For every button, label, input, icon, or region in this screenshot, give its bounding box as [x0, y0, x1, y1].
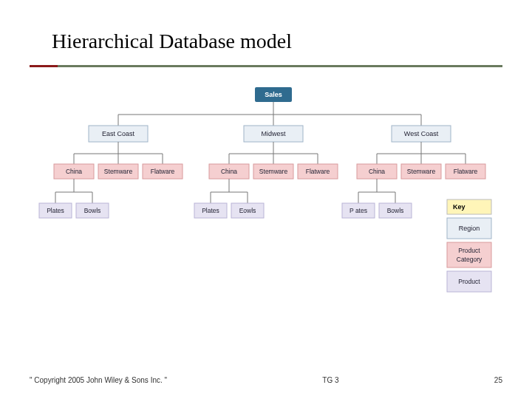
svg-text:Stemware: Stemware	[407, 168, 436, 175]
page-title: Hierarchical Database model	[52, 30, 292, 53]
svg-text:Flatware: Flatware	[454, 168, 478, 175]
svg-text:Stemware: Stemware	[259, 168, 288, 175]
svg-text:Key: Key	[453, 203, 466, 211]
svg-text:Product: Product	[458, 247, 480, 254]
svg-text:East Coast: East Coast	[102, 130, 135, 137]
svg-text:China: China	[66, 168, 82, 175]
divider-accent	[30, 65, 58, 67]
svg-text:Midwest: Midwest	[261, 130, 286, 137]
svg-text:China: China	[369, 168, 385, 175]
hierarchy-diagram: Sales East Coast Midwest West Coast	[33, 81, 499, 318]
region-west-coast: West Coast	[392, 126, 451, 142]
node-sales-label: Sales	[265, 91, 282, 98]
svg-text:Region: Region	[459, 225, 480, 232]
svg-text:Category: Category	[457, 256, 482, 263]
svg-text:Bowls: Bowls	[387, 207, 404, 214]
svg-text:Plates: Plates	[47, 207, 64, 214]
svg-text:Plates: Plates	[202, 207, 219, 214]
footer: " Copyright 2005 John Wiley & Sons Inc. …	[30, 376, 502, 384]
region-midwest: Midwest	[244, 126, 303, 142]
page-number: 25	[494, 376, 502, 384]
svg-text:Stemware: Stemware	[104, 168, 133, 175]
svg-text:Bowls: Bowls	[84, 207, 101, 214]
svg-text:West Coast: West Coast	[404, 130, 439, 137]
region-east-coast: East Coast	[89, 126, 148, 142]
divider	[30, 65, 502, 67]
copyright-text: " Copyright 2005 John Wiley & Sons Inc. …	[30, 376, 167, 384]
svg-text:China: China	[221, 168, 237, 175]
svg-text:Flatware: Flatware	[151, 168, 175, 175]
svg-text:Product: Product	[458, 278, 480, 285]
svg-text:P ates: P ates	[349, 207, 367, 214]
svg-text:Flatware: Flatware	[306, 168, 330, 175]
svg-text:Eowls: Eowls	[239, 207, 256, 214]
footer-center: TG 3	[322, 376, 338, 384]
slide: Hierarchical Database model Sales East C…	[0, 0, 532, 399]
legend: Key Region Product Category Product	[447, 200, 491, 292]
